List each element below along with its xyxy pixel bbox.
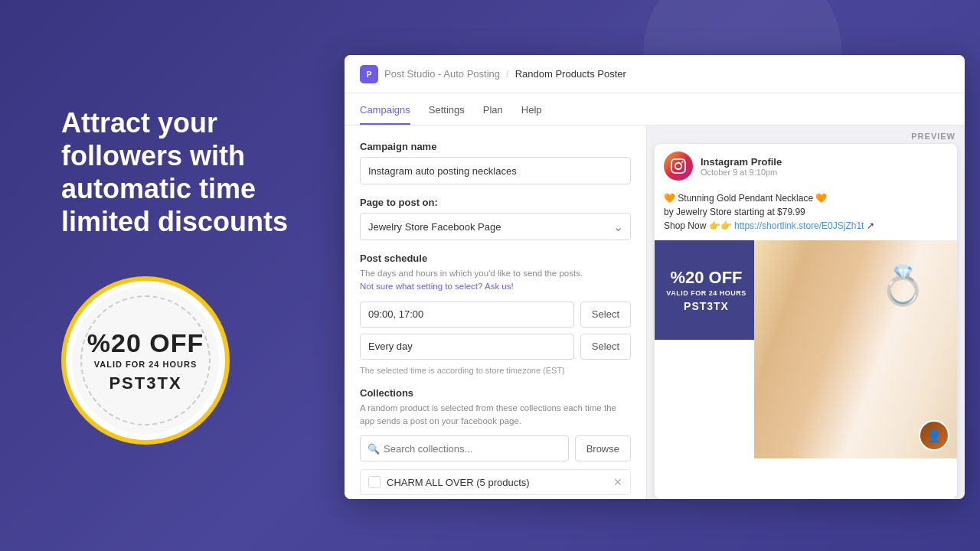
preview-shop-link[interactable]: https://shortlink.store/E0JSjZh1t: [734, 220, 864, 231]
overlay-code: PST3TX: [684, 300, 729, 312]
preview-image: %20 OFF VALID FOR 24 HOURS PST3TX 👤: [655, 240, 957, 458]
search-input-wrapper: 🔍: [360, 435, 569, 461]
schedule-ask-link[interactable]: Not sure what setting to select? Ask us!: [360, 282, 514, 291]
freq-row: Select: [360, 334, 631, 360]
time-row: Select: [360, 302, 631, 328]
preview-text-line1: 🧡 Stunning Gold Pendant Necklace 🧡: [664, 191, 948, 205]
discount-overlay: %20 OFF VALID FOR 24 HOURS PST3TX: [655, 240, 758, 340]
preview-post-text: 🧡 Stunning Gold Pendant Necklace 🧡 by Je…: [655, 188, 957, 240]
badge-code: PST3TX: [109, 373, 181, 393]
app-header: P Post Studio - Auto Posting / Random Pr…: [345, 55, 965, 93]
app-panel: P Post Studio - Auto Posting / Random Pr…: [345, 55, 965, 499]
badge-percent: %20 OFF: [87, 328, 204, 358]
preview-panel: PREVIEW Instagram Profile October 9 at 9…: [647, 126, 965, 499]
schedule-desc: The days and hours in which you'd like t…: [360, 267, 631, 294]
collection-remove-button[interactable]: ✕: [613, 476, 622, 488]
preview-profile-name: Instagram Profile: [701, 156, 782, 168]
app-logo: P: [360, 65, 378, 83]
tab-settings[interactable]: Settings: [429, 104, 465, 125]
preview-label: PREVIEW: [647, 126, 965, 144]
collection-search-input[interactable]: [360, 435, 569, 461]
preview-text-line2: by Jewelry Store starting at $79.99: [664, 205, 948, 219]
timezone-note: The selected time is according to store …: [360, 366, 631, 375]
collections-desc: A random product is selected from these …: [360, 402, 631, 429]
page-label: Page to post on:: [360, 197, 631, 208]
preview-shop-row: Shop Now 👉👉 https://shortlink.store/E0JS…: [664, 219, 948, 233]
campaign-name-label: Campaign name: [360, 141, 631, 152]
collections-title: Collections: [360, 387, 631, 399]
tab-plan[interactable]: Plan: [483, 104, 503, 125]
left-panel: Attract your followers with automatic ti…: [31, 0, 322, 551]
app-nav: Campaigns Settings Plan Help: [345, 93, 965, 126]
tab-campaigns[interactable]: Campaigns: [360, 104, 410, 125]
page-select-wrapper: Jewelry Store Facebook Page: [360, 213, 631, 240]
tab-help[interactable]: Help: [521, 104, 542, 125]
schedule-group: Post schedule The days and hours in whic…: [360, 253, 631, 375]
breadcrumb-current: Random Products Poster: [515, 68, 626, 80]
search-row: 🔍 Browse: [360, 435, 631, 461]
breadcrumb-parent: Post Studio - Auto Posting: [384, 68, 500, 80]
browse-button[interactable]: Browse: [575, 435, 631, 461]
overlay-percent: %20 OFF: [670, 268, 742, 288]
freq-input[interactable]: [360, 334, 574, 360]
search-icon: 🔍: [368, 443, 380, 455]
time-input[interactable]: [360, 302, 574, 328]
freq-select-button[interactable]: Select: [580, 334, 631, 360]
collection-checkbox[interactable]: [368, 476, 381, 488]
preview-post-date: October 9 at 9:10pm: [701, 168, 782, 177]
logo-icon: P: [364, 69, 374, 80]
svg-text:P: P: [367, 70, 372, 79]
collection-item: CHARM ALL OVER (5 products) ✕: [360, 469, 631, 495]
schedule-desc-1: The days and hours in which you'd like t…: [360, 269, 583, 278]
badge-valid: VALID FOR 24 HOURS: [94, 360, 198, 369]
discount-badge: %20 OFF VALID FOR 24 HOURS PST3TX: [61, 276, 230, 445]
collections-group: Collections A random product is selected…: [360, 387, 631, 496]
preview-shop-text: Shop Now 👉👉: [664, 220, 732, 231]
campaign-name-input[interactable]: [360, 157, 631, 184]
headline: Attract your followers with automatic ti…: [61, 106, 291, 239]
campaign-name-group: Campaign name: [360, 141, 631, 184]
form-panel: Campaign name Page to post on: Jewelry S…: [345, 126, 647, 499]
page-group: Page to post on: Jewelry Store Facebook …: [360, 197, 631, 240]
user-avatar: 👤: [919, 420, 949, 451]
preview-profile-info: Instagram Profile October 9 at 9:10pm: [701, 156, 782, 177]
schedule-title: Post schedule: [360, 253, 631, 264]
time-select-button[interactable]: Select: [580, 302, 631, 328]
avatar-instagram-icon: [671, 158, 686, 174]
preview-post-header: Instagram Profile October 9 at 9:10pm: [655, 144, 957, 188]
collection-name: CHARM ALL OVER (5 products): [387, 477, 607, 488]
preview-card: Instagram Profile October 9 at 9:10pm 🧡 …: [655, 144, 957, 499]
overlay-valid: VALID FOR 24 HOURS: [666, 289, 746, 297]
breadcrumb-separator: /: [506, 68, 509, 80]
page-select[interactable]: Jewelry Store Facebook Page: [360, 213, 631, 240]
preview-avatar: [664, 152, 693, 181]
app-content: Campaign name Page to post on: Jewelry S…: [345, 126, 965, 499]
preview-link-icon: ↗: [867, 220, 874, 231]
